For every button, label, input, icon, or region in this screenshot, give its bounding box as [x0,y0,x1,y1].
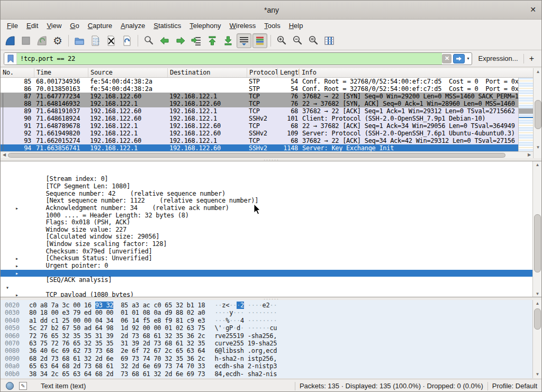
menu-item[interactable]: View [42,21,66,31]
hex-row[interactable]: 0040 a1 dd c1 25 00 00 04 34 06 14 f5 e8… [1,317,542,324]
packet-row[interactable]: 85 68.001734936 fe:54:00:d4:38:2a STP 54… [1,78,518,85]
scroll-down-arrow[interactable]: ▼ [533,371,542,378]
go-to-bottom-button[interactable] [221,33,236,48]
detail-line[interactable]: Sequence number: 42 (relative sequence n… [1,176,542,183]
expander-icon[interactable]: ▸ [15,262,19,270]
menu-item[interactable]: Capture [84,21,116,31]
packet-row[interactable]: 91 71.648789678 192.168.122.1 192.168.12… [1,122,518,130]
scroll-up-arrow[interactable]: ▲ [533,300,542,307]
reload-file-button[interactable] [120,33,134,48]
packet-row[interactable]: 93 71.662015274 192.168.122.60 192.168.1… [1,137,518,144]
intelligent-scrollbar-minimap[interactable] [518,78,533,152]
resize-columns-button[interactable] [322,33,337,48]
column-header-protocol[interactable]: Protocol [247,68,278,77]
menu-item[interactable]: File [3,21,22,31]
start-capture-button[interactable] [3,33,17,48]
packet-row[interactable]: 88 71.648146932 192.168.122.1 192.168.12… [1,100,518,107]
packet-row[interactable]: 92 71.661949820 192.168.122.1 192.168.12… [1,130,518,137]
auto-scroll-button[interactable] [237,33,251,48]
scrollbar-thumb[interactable] [534,214,541,272]
detail-line[interactable]: ▸ Options: (12 bytes), No-Operation (NOP… [1,255,542,262]
hex-row[interactable]: 00a0 65 63 64 68 2d 73 68 61 32 2d 6e 69… [1,362,542,370]
capture-comment-icon[interactable]: ✎ [19,382,27,390]
scroll-right-arrow[interactable]: ▶ [526,152,533,158]
expander-icon[interactable]: ▾ [6,284,9,291]
detail-line[interactable]: [TCP Segment Len: 1080] [1,169,542,176]
packet-row[interactable]: 94 71.663856741 192.168.122.1 192.168.12… [1,144,518,152]
packet-row[interactable]: 86 70.013850163 fe:54:00:d4:38:2a STP 54… [1,85,518,93]
menu-item[interactable]: Telephony [185,21,225,31]
zoom-in-button[interactable] [274,33,289,48]
filter-add-button[interactable]: + [524,54,539,63]
detail-line[interactable]: [Stream index: 0] [1,161,542,169]
filter-clear-button[interactable]: ✕ [442,54,451,63]
expert-info-icon[interactable] [6,382,14,390]
go-to-packet-button[interactable] [189,33,204,48]
stop-capture-button[interactable] [19,33,33,48]
menu-item[interactable]: Statistics [149,21,185,31]
column-header-info[interactable]: Info [300,68,533,77]
column-header-no[interactable]: No. [1,68,34,77]
hex-row[interactable]: 0080 36 40 6c 69 62 73 73 68 2e 6f 72 67… [1,347,542,354]
column-header-destination[interactable]: Destination [168,68,247,77]
hex-vscrollbar[interactable]: ▲ ▼ [532,300,542,378]
menu-item[interactable]: Help [285,21,308,31]
column-header-length[interactable]: Length [278,68,300,77]
menu-item[interactable]: Tools [260,21,284,31]
packet-row[interactable]: 90 71.648618924 192.168.122.60 192.168.1… [1,115,518,122]
open-file-button[interactable] [72,33,87,48]
packet-row[interactable]: 89 71.648191037 192.168.122.60 192.168.1… [1,107,518,115]
scrollbar-thumb[interactable] [534,308,541,330]
go-to-top-button[interactable] [205,33,220,48]
scroll-down-arrow[interactable]: ▼ [534,144,542,151]
scroll-up-arrow[interactable]: ▲ [533,161,542,169]
detail-line[interactable]: [Checksum Status: Unverified] [1,241,542,248]
close-file-button[interactable] [104,33,119,48]
menu-item[interactable]: Analyze [116,21,149,31]
go-forward-button[interactable] [173,33,188,48]
detail-line[interactable]: Urgent pointer: 0 [1,248,542,256]
scroll-up-arrow[interactable]: ▲ [534,68,542,76]
hex-row[interactable]: 0060 72 76 65 32 35 35 31 39 2d 73 68 61… [1,332,542,340]
hex-row[interactable]: 0020 c0 a8 7a 3c 00 16 93 32 85 a3 ac c0… [1,302,542,309]
scrollbar-thumb[interactable] [8,153,505,158]
expander-icon[interactable]: ▸ [15,255,19,262]
scroll-left-arrow[interactable]: ◀ [1,152,8,158]
menu-item[interactable]: Go [66,21,83,31]
capture-options-button[interactable]: ⚙ [50,33,65,48]
expander-icon[interactable]: ▸ [15,205,19,212]
detail-line[interactable]: ▾ SSH Protocol [1,284,542,291]
hex-row[interactable]: 0050 5c 27 b2 67 50 ad 64 98 1d 92 00 00… [1,324,542,332]
detail-line[interactable]: ▸ [Timestamps] [1,270,542,277]
display-filter-field[interactable]: !tcp.port == 22 ✕ ▾ [4,52,472,65]
go-back-button[interactable] [157,33,172,48]
detail-line[interactable]: [Next sequence number: 1122 (relative se… [1,183,542,190]
find-packet-button[interactable] [141,33,156,48]
packet-list-header[interactable]: No. Time Source Destination Protocol Len… [1,68,533,78]
hex-row[interactable]: 0030 80 18 00 e3 79 ed 00 00 01 01 08 0a… [1,309,542,316]
hex-row[interactable]: 0070 63 75 72 76 65 32 35 35 31 39 2d 73… [1,340,542,347]
packet-row[interactable]: 87 71.647777234 192.168.122.60 192.168.1… [1,93,518,100]
details-vscrollbar[interactable]: ▲ ▼ [532,161,542,297]
colorize-button[interactable] [252,33,267,48]
scroll-down-arrow[interactable]: ▼ [533,290,542,297]
status-profile[interactable]: Profile: Default [492,382,537,390]
detail-line[interactable]: Checksum: 0x79ed [unverified] [1,233,542,241]
scrollbar-thumb[interactable] [535,100,541,129]
restart-capture-button[interactable] [34,33,49,48]
expander-icon[interactable]: ▸ [15,270,19,277]
detail-line[interactable]: [Calculated window size: 29056] [1,219,542,226]
display-filter-input[interactable]: !tcp.port == 22 [17,53,442,65]
expression-button[interactable]: Expression... [472,54,523,62]
filter-history-caret[interactable]: ▾ [466,56,471,61]
detail-line[interactable]: TCP payload (1080 bytes) [1,277,542,284]
zoom-100-button[interactable] [306,33,321,48]
filter-apply-button[interactable] [453,54,465,63]
detail-line[interactable]: [Window size scaling factor: 128] [1,226,542,234]
hex-row[interactable]: 00b0 38 34 2c 65 63 64 68 2d 73 68 61 32… [1,370,542,378]
menu-item[interactable]: Wireless [225,21,260,31]
hex-row[interactable]: 0090 68 2d 73 68 61 32 2d 6e 69 73 74 70… [1,355,542,362]
packet-list-vscrollbar[interactable]: ▲ ▼ [533,68,542,151]
zoom-out-button[interactable] [290,33,305,48]
expander-icon[interactable]: ▸ [15,291,19,297]
